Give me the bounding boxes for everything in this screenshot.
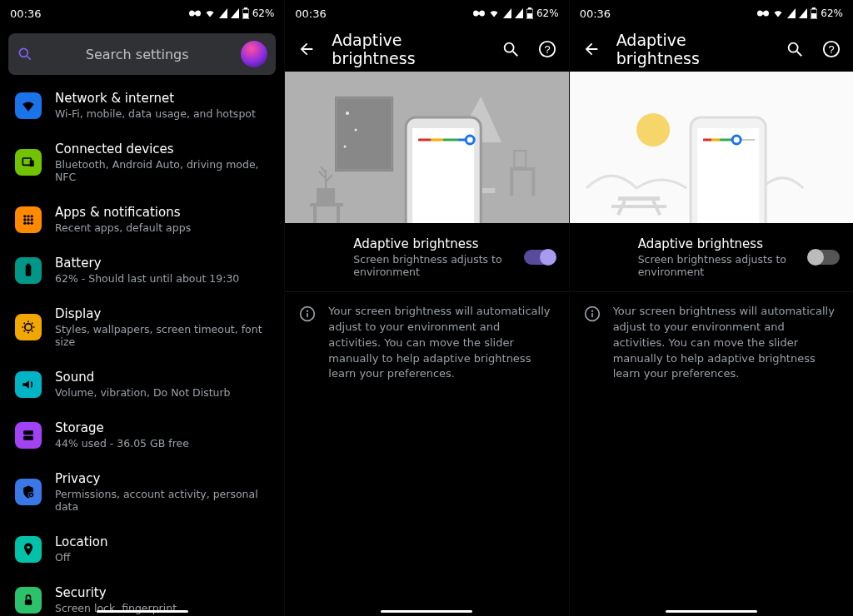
info-icon bbox=[584, 306, 601, 322]
info-icon bbox=[299, 306, 316, 322]
settings-item-sound[interactable]: SoundVolume, vibration, Do Not Disturb bbox=[0, 359, 284, 410]
svg-rect-43 bbox=[511, 171, 514, 196]
apps-icon bbox=[15, 206, 42, 233]
settings-item-display[interactable]: DisplayStyles, wallpapers, screen timeou… bbox=[0, 296, 284, 359]
navbar-indicator bbox=[97, 610, 188, 613]
svg-rect-48 bbox=[337, 206, 340, 223]
page-header: Adaptive brightness ? bbox=[570, 27, 853, 72]
status-icons: 62% bbox=[473, 7, 559, 19]
svg-point-80 bbox=[732, 136, 741, 144]
item-title: Network & internet bbox=[55, 91, 269, 106]
search-icon bbox=[786, 40, 804, 58]
svg-rect-6 bbox=[30, 161, 34, 167]
item-title: Storage bbox=[55, 420, 269, 435]
search-icon bbox=[501, 40, 520, 58]
settings-item-privacy[interactable]: PrivacyPermissions, account activity, pe… bbox=[0, 460, 284, 524]
svg-point-68 bbox=[636, 113, 670, 147]
svg-point-18 bbox=[25, 324, 32, 330]
help-button[interactable]: ? bbox=[820, 37, 843, 61]
settings-panel: 00:36 62% Search settings Network & inte… bbox=[0, 0, 284, 616]
infinity-icon bbox=[757, 9, 769, 17]
battery-percent: 62% bbox=[821, 7, 843, 19]
item-title: Apps & notifications bbox=[55, 205, 269, 220]
security-icon bbox=[15, 587, 42, 614]
display-icon bbox=[15, 314, 42, 340]
info-row: Your screen brightness will automaticall… bbox=[570, 291, 853, 394]
illustration-night bbox=[285, 72, 568, 223]
settings-item-storage[interactable]: Storage44% used - 36.05 GB free bbox=[0, 410, 284, 460]
navbar-indicator bbox=[381, 610, 472, 613]
clock: 00:36 bbox=[10, 7, 41, 20]
svg-line-4 bbox=[27, 57, 31, 60]
adaptive-brightness-toggle-row[interactable]: Adaptive brightness Screen brightness ad… bbox=[570, 223, 853, 291]
back-button[interactable] bbox=[295, 37, 318, 61]
settings-list: Network & internetWi-Fi, mobile, data us… bbox=[0, 80, 284, 616]
toggle-switch[interactable] bbox=[808, 250, 840, 265]
profile-avatar[interactable] bbox=[241, 41, 267, 67]
wifi-icon bbox=[204, 8, 216, 18]
svg-point-7 bbox=[23, 215, 26, 217]
svg-rect-74 bbox=[697, 128, 759, 223]
svg-rect-20 bbox=[23, 435, 33, 440]
item-subtitle: 44% used - 36.05 GB free bbox=[55, 437, 269, 450]
search-bar[interactable]: Search settings bbox=[8, 33, 276, 75]
signal-icon bbox=[787, 8, 796, 18]
svg-line-30 bbox=[512, 52, 517, 57]
settings-item-location[interactable]: LocationOff bbox=[0, 524, 284, 574]
toggle-title: Adaptive brightness bbox=[353, 236, 513, 251]
svg-rect-46 bbox=[310, 203, 343, 206]
svg-rect-34 bbox=[335, 97, 393, 171]
search-button[interactable] bbox=[783, 37, 806, 61]
settings-item-wifi[interactable]: Network & internetWi-Fi, mobile, data us… bbox=[0, 80, 284, 131]
svg-point-37 bbox=[355, 128, 357, 131]
svg-rect-2 bbox=[243, 13, 248, 18]
item-title: Privacy bbox=[55, 471, 269, 486]
svg-point-10 bbox=[23, 218, 26, 221]
info-text: Your screen brightness will automaticall… bbox=[328, 304, 555, 382]
item-title: Security bbox=[55, 585, 269, 600]
svg-point-82 bbox=[591, 310, 592, 312]
navbar-indicator bbox=[666, 610, 757, 613]
svg-rect-16 bbox=[26, 265, 32, 276]
status-bar: 00:36 62% bbox=[285, 0, 568, 27]
item-title: Display bbox=[55, 306, 269, 321]
svg-text:?: ? bbox=[544, 43, 550, 56]
settings-item-devices[interactable]: Connected devicesBluetooth, Android Auto… bbox=[0, 131, 284, 194]
signal-icon-2 bbox=[799, 8, 807, 18]
clock: 00:36 bbox=[580, 7, 611, 20]
svg-rect-47 bbox=[313, 206, 317, 223]
svg-rect-24 bbox=[25, 599, 32, 605]
svg-rect-19 bbox=[23, 430, 33, 435]
wifi-icon bbox=[772, 8, 784, 18]
item-title: Battery bbox=[55, 256, 269, 271]
help-icon: ? bbox=[822, 40, 841, 58]
toggle-subtitle: Screen brightness adjusts to environment bbox=[353, 253, 513, 278]
svg-point-12 bbox=[31, 218, 33, 221]
adaptive-brightness-toggle-row[interactable]: Adaptive brightness Screen brightness ad… bbox=[285, 223, 568, 291]
svg-point-14 bbox=[27, 221, 29, 224]
svg-line-64 bbox=[797, 52, 802, 57]
item-title: Location bbox=[55, 534, 269, 549]
svg-point-8 bbox=[27, 215, 29, 217]
svg-point-36 bbox=[346, 112, 349, 115]
svg-point-9 bbox=[31, 215, 33, 217]
battery-percent: 62% bbox=[536, 7, 559, 19]
status-bar: 00:36 62% bbox=[0, 0, 284, 27]
arrow-left-icon bbox=[297, 40, 316, 58]
toggle-subtitle: Screen brightness adjusts to environment bbox=[638, 253, 798, 278]
illustration-day bbox=[570, 72, 853, 223]
toggle-switch[interactable] bbox=[524, 250, 556, 265]
help-button[interactable]: ? bbox=[536, 37, 559, 61]
signal-icon-2 bbox=[515, 8, 523, 18]
privacy-icon bbox=[15, 479, 42, 505]
settings-item-battery[interactable]: Battery62% - Should last until about 19:… bbox=[0, 245, 284, 296]
search-button[interactable] bbox=[499, 37, 522, 61]
svg-rect-62 bbox=[811, 13, 816, 18]
status-icons: 62% bbox=[189, 7, 275, 19]
item-subtitle: 62% - Should last until about 19:30 bbox=[55, 272, 269, 285]
infinity-icon bbox=[189, 9, 201, 17]
settings-item-apps[interactable]: Apps & notificationsRecent apps, default… bbox=[0, 194, 284, 245]
battery-icon bbox=[15, 257, 42, 284]
back-button[interactable] bbox=[580, 37, 603, 61]
item-subtitle: Off bbox=[55, 551, 269, 564]
